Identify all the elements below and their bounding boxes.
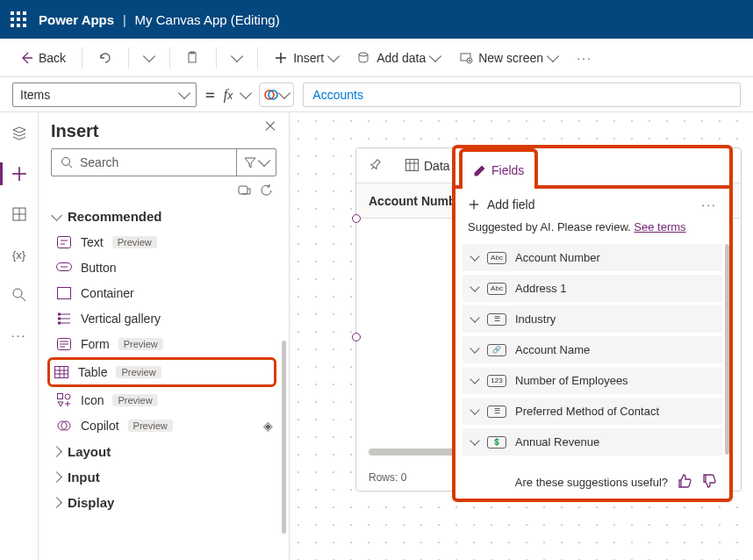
insert-button[interactable]: Button xyxy=(51,255,276,280)
button-icon xyxy=(56,262,72,273)
grid-icon xyxy=(11,206,27,222)
fx-dropdown[interactable] xyxy=(240,86,252,98)
add-data-button[interactable]: Add data xyxy=(350,46,447,70)
table-icon xyxy=(405,159,419,172)
section-input[interactable]: Input xyxy=(51,464,276,490)
collapse-icon[interactable] xyxy=(238,183,251,197)
field-num-employees[interactable]: 123Number of Employees xyxy=(463,367,722,394)
tab-fields[interactable]: Fields xyxy=(459,148,538,189)
rail-variables[interactable]: {x} xyxy=(5,241,33,269)
refresh-icon[interactable] xyxy=(260,183,273,197)
fx-icon: fx xyxy=(224,87,233,103)
pin-icon xyxy=(366,155,384,173)
field-account-name[interactable]: 🔗Account Name xyxy=(463,336,722,363)
close-icon[interactable] xyxy=(264,126,276,138)
add-field-button[interactable]: Add field xyxy=(468,197,534,212)
svg-rect-37 xyxy=(55,367,68,378)
new-screen-button[interactable]: New screen xyxy=(452,46,564,70)
screen-icon xyxy=(459,51,473,65)
undo-button[interactable] xyxy=(91,46,119,70)
undo-icon xyxy=(98,51,112,65)
insert-vertical-gallery[interactable]: Vertical gallery xyxy=(51,306,276,331)
overflow-button[interactable]: ··· xyxy=(570,46,599,70)
svg-point-18 xyxy=(62,158,70,166)
svg-point-43 xyxy=(65,394,70,399)
svg-line-19 xyxy=(69,165,73,169)
rail-search[interactable] xyxy=(5,281,33,309)
insert-form[interactable]: Form Preview xyxy=(51,332,276,356)
canvas[interactable]: Data Account Number Rows: 0 Fields xyxy=(290,112,753,560)
fields-overflow[interactable]: ··· xyxy=(701,197,717,212)
section-recommended[interactable]: Recommended xyxy=(51,204,276,229)
svg-point-16 xyxy=(13,289,22,298)
insert-panel: Insert Search Recommended Text Preview xyxy=(39,112,290,560)
insert-filter[interactable] xyxy=(236,149,276,176)
rows-count: 0 xyxy=(401,471,407,484)
plus-icon xyxy=(274,51,288,65)
field-preferred-contact[interactable]: ☰Preferred Method of Contact xyxy=(463,398,722,425)
insert-container[interactable]: Container xyxy=(51,281,276,305)
insert-text[interactable]: Text Preview xyxy=(51,230,276,255)
field-industry[interactable]: ☰Industry xyxy=(463,305,722,333)
rail-tree-view[interactable] xyxy=(5,119,33,147)
command-bar: Back Insert Add data New screen ··· xyxy=(0,39,753,77)
rows-label: Rows: xyxy=(369,471,398,484)
app-launcher-icon[interactable] xyxy=(11,11,26,27)
field-account-number[interactable]: AbcAccount Number xyxy=(463,244,722,271)
paste-split[interactable] xyxy=(226,50,248,66)
search-icon xyxy=(11,287,27,303)
undo-split[interactable] xyxy=(138,50,161,66)
svg-rect-20 xyxy=(239,186,247,194)
section-layout[interactable]: Layout xyxy=(51,439,276,464)
section-display[interactable]: Display xyxy=(51,490,276,515)
rail-insert[interactable] xyxy=(5,160,33,188)
title-bar: Power Apps | My Canvas App (Editing) xyxy=(0,0,753,39)
data-icon xyxy=(357,51,371,65)
svg-point-4 xyxy=(359,53,368,56)
copilot-formula-button[interactable] xyxy=(259,83,294,107)
svg-rect-26 xyxy=(58,288,71,299)
container-icon xyxy=(57,287,71,299)
svg-rect-30 xyxy=(58,313,61,316)
field-address-1[interactable]: AbcAddress 1 xyxy=(463,275,722,302)
back-arrow-icon xyxy=(19,51,33,65)
insert-copilot[interactable]: Copilot Preview ◈ xyxy=(51,413,276,438)
insert-search[interactable]: Search xyxy=(51,148,276,176)
svg-line-17 xyxy=(21,297,25,301)
search-icon xyxy=(61,156,73,169)
insert-button[interactable]: Insert xyxy=(267,46,345,70)
svg-rect-21 xyxy=(58,237,71,248)
equals-icon: = xyxy=(205,85,215,104)
svg-rect-48 xyxy=(406,160,419,171)
layers-icon xyxy=(11,126,27,141)
clipboard-icon xyxy=(186,51,200,65)
copilot-icon xyxy=(57,419,71,433)
see-terms-link[interactable]: See terms xyxy=(634,220,685,233)
property-selector[interactable]: Items xyxy=(12,83,197,107)
pin-button[interactable] xyxy=(356,148,393,183)
thumbs-down-icon[interactable] xyxy=(701,473,717,492)
fields-panel: Fields Add field ··· Suggested by AI. Pl… xyxy=(452,145,733,502)
left-rail: {x} ··· xyxy=(0,112,39,560)
rail-data[interactable] xyxy=(5,200,33,228)
formula-bar: Items = fx Accounts xyxy=(0,77,753,112)
premium-icon: ◈ xyxy=(263,419,273,433)
insert-scrollbar[interactable] xyxy=(282,341,286,534)
svg-rect-42 xyxy=(58,394,63,399)
copilot-icon xyxy=(264,88,278,102)
insert-table[interactable]: Table Preview xyxy=(47,357,276,387)
svg-rect-31 xyxy=(58,318,61,320)
plus-icon xyxy=(468,198,480,211)
thumbs-up-icon[interactable] xyxy=(677,473,692,492)
edit-icon xyxy=(473,164,486,177)
form-icon xyxy=(57,338,71,350)
formula-input[interactable]: Accounts xyxy=(303,83,741,107)
insert-icon[interactable]: Icon Preview xyxy=(51,388,276,413)
rail-overflow[interactable]: ··· xyxy=(5,321,33,349)
field-annual-revenue[interactable]: 💲Annual Revenue xyxy=(463,428,722,456)
plus-icon xyxy=(11,166,27,182)
paste-button[interactable] xyxy=(179,46,207,70)
feedback-label: Are these suggestions useful? xyxy=(515,476,668,489)
back-button[interactable]: Back xyxy=(12,46,73,70)
gallery-icon xyxy=(57,312,71,325)
